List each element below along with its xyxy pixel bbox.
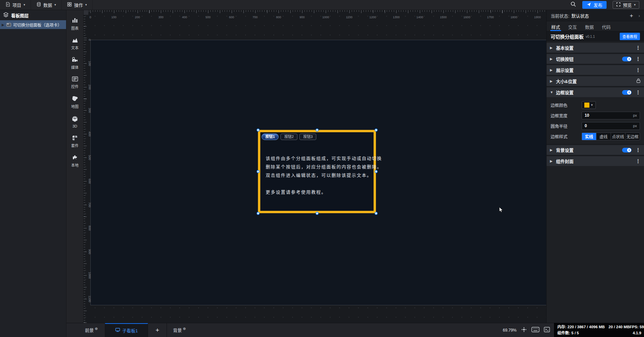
hint-text-line: 删除某个按钮后，对应分组面板的内容也会被删除。	[266, 163, 369, 171]
resize-handle-bottom-middle[interactable]	[316, 212, 319, 215]
publish-button[interactable]: 发布	[582, 1, 607, 9]
panel-button-1[interactable]: 按钮1	[262, 134, 279, 140]
kebab-menu-icon[interactable]: ⋮	[636, 90, 641, 95]
foreground-label: 前景	[85, 328, 94, 333]
fit-screen-icon[interactable]	[521, 327, 527, 334]
category-cube[interactable]: 3D	[66, 112, 84, 132]
board-tab-active[interactable]: 子看板1	[105, 323, 148, 337]
caret-right-icon: ▶	[550, 57, 553, 61]
kebab-menu-icon[interactable]: ⋮	[636, 56, 641, 61]
menu-data[interactable]: 数据 ▾	[31, 0, 62, 10]
layers-icon	[3, 12, 8, 18]
ruler-major-ticks	[84, 15, 87, 323]
section-basic-settings[interactable]: ▶ 基本设置 ⋮	[547, 43, 644, 53]
component-count-stats: 组件数: 5 / 5	[557, 330, 579, 336]
settings-tabs: 样式 交互 数据 代码	[547, 21, 644, 31]
category-chart[interactable]: 图表	[66, 14, 84, 34]
style-dotted[interactable]: 点状线	[611, 133, 625, 140]
category-text[interactable]: 文本	[66, 34, 84, 53]
tab-data[interactable]: 数据	[581, 21, 598, 31]
memory-extra-value: 20 / 240 MB	[609, 325, 630, 329]
resize-handle-bottom-left[interactable]	[257, 212, 260, 215]
current-state-label: 当前状态:	[551, 12, 569, 19]
panel-button-3[interactable]: 按钮3	[299, 134, 316, 140]
category-label: 控件	[71, 84, 79, 89]
selected-tab-panel-component[interactable]: 按钮1 按钮2 按钮3 该组件由多个分组面板组成，可实现手动或自动切换删除某个按…	[258, 130, 376, 213]
kebab-menu-icon[interactable]: ⋮	[636, 67, 641, 73]
section-component-cover[interactable]: ▶ 组件封面 ⋮	[547, 156, 644, 166]
view-tutorial-button[interactable]: 查看教程	[620, 33, 640, 40]
section-background-settings[interactable]: ▶ 背景设置 ⋮	[547, 145, 644, 155]
local-icon	[72, 154, 78, 161]
category-map[interactable]: 地图	[66, 92, 84, 112]
category-local[interactable]: 本地	[66, 151, 84, 171]
add-state-icon[interactable]: +	[630, 13, 633, 19]
component-category-toolbar: 图表文本媒体控件地图3D套件本地	[66, 10, 84, 323]
current-state-row: 当前状态: 默认状态 + ›	[547, 10, 644, 21]
resize-handle-middle-right[interactable]	[375, 170, 378, 173]
category-label: 套件	[71, 143, 79, 148]
search-icon[interactable]	[570, 1, 576, 8]
switch-buttons-toggle-on[interactable]	[622, 57, 632, 61]
border-toggle-on[interactable]	[622, 90, 632, 95]
tab-interaction[interactable]: 交互	[564, 21, 581, 31]
section-border-settings[interactable]: ▼ 边框设置 ⋮	[547, 87, 644, 97]
menu-project[interactable]: 项目 ▾	[0, 0, 31, 10]
ruler-label: 1100	[88, 296, 91, 302]
style-solid[interactable]: 实线	[582, 133, 596, 140]
kebab-menu-icon[interactable]: ⋮	[636, 45, 641, 50]
background-layer-button[interactable]: 背景⊕	[173, 327, 185, 333]
map-icon	[71, 96, 78, 102]
horizontal-ruler: 0100200300400500600700800900100011001200…	[88, 10, 546, 20]
zoom-percentage[interactable]: 69.79%	[503, 328, 517, 333]
border-width-input[interactable]: 10 px	[582, 112, 640, 119]
kit-icon	[72, 135, 78, 141]
category-kit[interactable]: 套件	[66, 132, 84, 151]
border-color-picker[interactable]: ▼	[582, 101, 596, 109]
background-toggle-on[interactable]	[622, 148, 632, 152]
border-color-label: 边框颜色	[551, 102, 582, 108]
section-switch-buttons[interactable]: ▶ 切换按钮 ⋮	[547, 54, 644, 64]
style-none[interactable]: 无边框	[625, 133, 640, 140]
style-dashed[interactable]: 虚线	[596, 133, 611, 140]
vertical-ruler: 010020030040050060070080090010001100	[84, 15, 92, 323]
add-circle-icon[interactable]: ⊕	[183, 327, 186, 331]
section-size-position[interactable]: ▶ 大小&位置	[547, 76, 644, 86]
category-widget[interactable]: 控件	[66, 73, 84, 92]
foreground-layer-button[interactable]: 前景⊕	[85, 327, 97, 333]
layer-item-tab-panel[interactable]: ▶ 可切换分组面板（选项卡）	[0, 20, 66, 29]
tab-code[interactable]: 代码	[598, 21, 615, 31]
border-radius-input[interactable]: 0 px	[582, 122, 640, 130]
section-display-settings[interactable]: ▶ 展示设置 ⋮	[547, 65, 644, 75]
add-board-button[interactable]: +	[148, 323, 167, 337]
panel-button-2[interactable]: 按钮2	[281, 134, 297, 140]
layers-panel: 看板图层 ▶ 可切换分组面板（选项卡）	[0, 10, 66, 337]
resize-handle-middle-left[interactable]	[257, 170, 260, 173]
tab-style[interactable]: 样式	[547, 21, 564, 31]
memory-value: 220 / 3867 / 4096 MB	[567, 325, 605, 329]
chevron-right-icon[interactable]: ›	[639, 13, 640, 18]
lock-icon[interactable]	[636, 78, 641, 84]
resize-handle-top-left[interactable]	[257, 129, 260, 132]
resize-handle-bottom-right[interactable]	[375, 212, 378, 215]
ruler-label: 200	[88, 84, 91, 89]
keyboard-icon[interactable]	[531, 327, 539, 334]
preview-button[interactable]: 预览 ▾	[613, 1, 639, 9]
category-media[interactable]: 媒体	[66, 53, 84, 73]
app-root: 项目 ▾ 数据 ▾ 操作 ▾ 发布	[0, 0, 644, 337]
menu-operations[interactable]: 操作 ▾	[62, 0, 93, 10]
canvas-area[interactable]: 0100200300400500600700800900100011001200…	[84, 10, 546, 323]
tab-icon	[6, 23, 11, 27]
terminal-icon[interactable]	[544, 327, 550, 334]
kebab-menu-icon[interactable]: ⋮	[636, 159, 641, 164]
settings-sections: ▶ 基本设置 ⋮ ▶ 切换按钮 ⋮ ▶ 展示设置 ⋮ ▶ 大小&位置	[547, 43, 644, 166]
caret-right-icon[interactable]: ▶	[2, 23, 4, 27]
resize-handle-top-right[interactable]	[375, 129, 378, 132]
unit-label: px	[633, 124, 637, 128]
ruler-corner	[84, 10, 88, 15]
component-title-row: 可切换分组面板 v0.1.1 查看教程	[547, 31, 644, 41]
resize-handle-top-middle[interactable]	[316, 129, 319, 132]
kebab-menu-icon[interactable]: ⋮	[636, 147, 641, 152]
bottom-bar: 前景⊕ 子看板1 + 背景⊕ 69.79%	[66, 323, 554, 337]
add-circle-icon[interactable]: ⊕	[95, 327, 98, 331]
